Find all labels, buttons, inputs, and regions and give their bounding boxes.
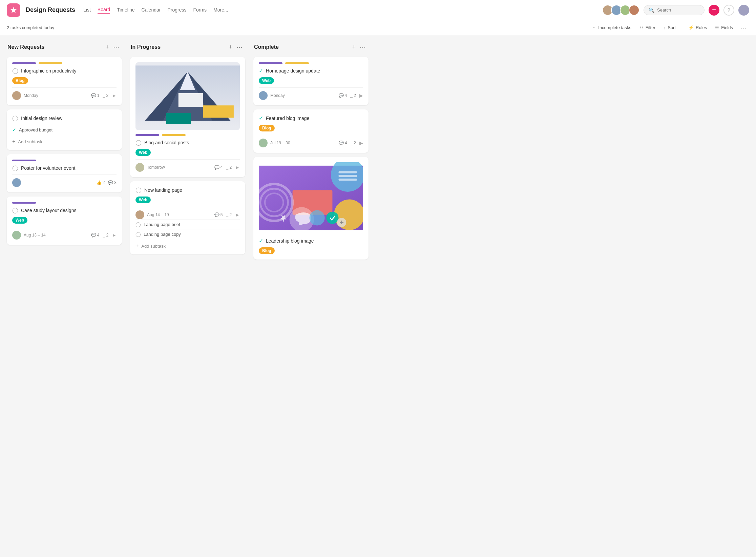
card-avatar <box>12 231 21 240</box>
plus-icon: + <box>12 139 15 145</box>
nav-timeline[interactable]: Timeline <box>117 7 134 13</box>
card-avatar <box>259 91 268 100</box>
rules-label: Rules <box>696 25 707 30</box>
card-initial-design-title-text: Initial design review <box>21 116 62 121</box>
tag-bar-purple <box>12 62 36 64</box>
subtask-count: ⎯ 2 <box>350 93 356 98</box>
subtask-icon: ⎯ <box>350 141 353 145</box>
add-subtask-btn[interactable]: + Add subtask <box>135 240 240 249</box>
incomplete-icon: ⚬ <box>592 25 596 30</box>
card-homepage-title: ✓ Homepage design update <box>259 67 363 74</box>
nav-calendar[interactable]: Calendar <box>142 7 161 13</box>
check-circle-icon: ◯ <box>12 165 18 171</box>
add-complete-btn[interactable]: + <box>350 42 358 52</box>
subtask-icon: ⎯ <box>226 212 228 217</box>
comment-count-value: 3 <box>114 180 117 185</box>
subtask-approved-label: Approved budget <box>19 127 52 132</box>
card-blog-social-footer: Tomorrow 💬 4 ⎯ 2 ► <box>135 159 240 172</box>
card-homepage-meta: 💬 4 ⎯ 2 ▶ <box>339 93 363 98</box>
filter-btn[interactable]: ☷ Filter <box>636 23 659 32</box>
more-new-requests-btn[interactable]: ⋯ <box>111 42 121 52</box>
help-button[interactable]: ? <box>723 5 734 16</box>
add-new-requests-btn[interactable]: + <box>103 42 111 52</box>
rules-btn[interactable]: ⚡ Rules <box>685 23 710 32</box>
like-count: 👍 2 <box>97 180 105 185</box>
comment-icon: 💬 <box>214 212 219 217</box>
sort-btn[interactable]: ↕ Sort <box>660 23 679 32</box>
card-blog-social-meta: 💬 4 ⎯ 2 ► <box>214 165 240 170</box>
more-in-progress-btn[interactable]: ⋯ <box>234 42 245 52</box>
card-case-study-title-text: Case study layout designs <box>21 208 76 213</box>
expand-btn[interactable]: ► <box>112 232 117 238</box>
card-avatar <box>135 210 144 219</box>
card-infographic: ◯ Infographic on productivity Blog Monda… <box>7 57 122 105</box>
check-circle-icon: ◯ <box>135 187 142 193</box>
subtask-count-value: 2 <box>106 233 108 238</box>
expand-btn[interactable]: ► <box>112 93 117 98</box>
card-new-landing-title: ◯ New landing page <box>135 187 240 193</box>
more-complete-btn[interactable]: ⋯ <box>358 42 368 52</box>
tag-bar-yellow <box>285 62 309 64</box>
card-leadership-blog-title-text: Leadership blog image <box>266 238 314 244</box>
card-infographic-date: Monday <box>24 93 88 98</box>
search-box[interactable]: 🔍 <box>644 5 705 15</box>
search-input[interactable] <box>657 7 699 13</box>
search-icon: 🔍 <box>649 7 654 13</box>
nav-forms[interactable]: Forms <box>193 7 207 13</box>
comment-count-value: 4 <box>345 93 347 98</box>
incomplete-tasks-btn[interactable]: ⚬ Incomplete tasks <box>589 23 635 32</box>
tag-bar-purple <box>135 134 159 136</box>
more-options-btn[interactable]: ⋯ <box>738 23 749 33</box>
card-case-study-tag-row: Web <box>12 217 117 224</box>
nav-progress[interactable]: Progress <box>167 7 186 13</box>
card-new-landing-footer: Aug 14 – 19 💬 5 ⎯ 2 ► <box>135 207 240 219</box>
nav-more[interactable]: More... <box>213 7 228 13</box>
comment-count-value: 4 <box>97 233 100 238</box>
card-new-landing-meta: 💬 5 ⎯ 2 ► <box>214 212 240 218</box>
avatar-4 <box>629 5 639 16</box>
card-leadership-blog: ✓ Leadership blog image Blog <box>253 157 369 260</box>
app-header: Design Requests List Board Timeline Cale… <box>0 0 756 20</box>
blog-tag: Blog <box>12 77 28 84</box>
app-logo <box>7 3 20 17</box>
blog-tag: Blog <box>259 247 275 254</box>
card-infographic-tag-row: Blog <box>12 77 117 84</box>
add-button[interactable]: + <box>709 5 719 16</box>
subtask-count-value: 2 <box>354 141 356 145</box>
check-circle-icon: ◯ <box>135 231 141 237</box>
add-in-progress-btn[interactable]: + <box>227 42 234 52</box>
user-avatar[interactable] <box>738 5 749 16</box>
nav-board[interactable]: Board <box>98 7 110 14</box>
tag-bar-purple <box>12 202 36 204</box>
check-done-icon: ✓ <box>259 238 263 244</box>
card-initial-design: ◯ Initial design review ✓ Approved budge… <box>7 109 122 150</box>
incomplete-tasks-label: Incomplete tasks <box>598 25 631 30</box>
add-subtask-btn[interactable]: + Add subtask <box>12 136 117 145</box>
svg-rect-7 <box>203 105 234 118</box>
subtask-icon: ⎯ <box>103 93 105 98</box>
subtask-count: ⎯ 2 <box>226 165 232 170</box>
card-blog-social-tags <box>135 134 240 136</box>
card-infographic-title: ◯ Infographic on productivity <box>12 67 117 74</box>
card-avatar <box>135 163 144 172</box>
svg-rect-17 <box>339 175 357 177</box>
check-circle-icon: ◯ <box>12 67 18 74</box>
card-case-study: ◯ Case study layout designs Web Aug 13 –… <box>7 197 122 245</box>
card-poster-meta: 👍 2 💬 3 <box>97 180 117 185</box>
expand-btn[interactable]: ▶ <box>359 140 363 146</box>
check-circle-icon: ◯ <box>135 222 141 227</box>
fields-btn[interactable]: ☷ Fields <box>712 23 736 32</box>
expand-btn[interactable]: ▶ <box>359 93 363 98</box>
expand-btn[interactable]: ► <box>235 212 240 218</box>
add-subtask-label: Add subtask <box>18 139 42 144</box>
comment-icon: 💬 <box>339 141 344 145</box>
card-case-study-footer: Aug 13 – 14 💬 4 ⎯ 2 ► <box>12 227 117 240</box>
expand-btn[interactable]: ► <box>235 165 240 170</box>
nav-list[interactable]: List <box>83 7 91 13</box>
blog-tag: Blog <box>259 125 275 131</box>
card-avatar <box>12 91 21 100</box>
card-new-landing-tag-row: Web <box>135 197 240 203</box>
comment-icon: 💬 <box>91 93 96 98</box>
tag-bar-purple <box>259 62 282 64</box>
comment-icon: 💬 <box>214 165 219 170</box>
